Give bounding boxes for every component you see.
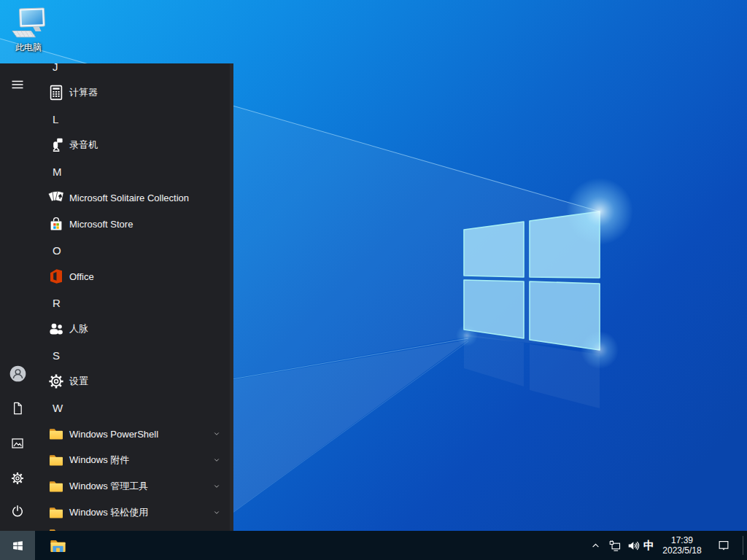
calculator-icon [47,84,65,101]
app-label: 设置 [69,375,88,388]
start-menu: J计算器L录音机MMicrosoft Solitaire CollectionM… [0,63,233,531]
group-header-r[interactable]: R [35,289,233,316]
show-desktop-separator[interactable] [743,536,743,555]
start-menu-app-list: J计算器L录音机MMicrosoft Solitaire CollectionM… [35,63,233,531]
chevron-up-icon [590,540,601,551]
app-label: Windows 管理工具 [69,480,148,493]
group-header-m[interactable]: M [35,158,233,184]
gear-icon [10,471,25,486]
folder-icon [47,478,65,495]
power-button[interactable] [0,494,35,529]
action-center-icon [717,539,730,552]
windows-logo-icon [12,540,24,552]
folder-icon [47,504,65,521]
power-icon [10,504,25,518]
user-account-button[interactable] [0,356,35,391]
chevron-down-icon [212,429,221,438]
app-label: Windows 附件 [69,454,129,467]
start-folder-windows-admin-tools[interactable]: Windows 管理工具 [35,473,233,499]
gear-icon [47,373,65,390]
start-folder-windows-powershell[interactable]: Windows PowerShell [35,421,233,447]
taskbar: 中 17:39 2023/5/18 [0,531,747,560]
start-folder-partial[interactable] [35,521,233,531]
store-icon [47,215,65,233]
group-header-o[interactable]: O [35,237,233,263]
clock-date: 2023/5/18 [662,545,701,556]
clock-time: 17:39 [671,535,693,545]
this-pc-icon [8,7,49,41]
tray-clock[interactable]: 17:39 2023/5/18 [657,531,707,560]
group-header-j[interactable]: J [35,63,233,79]
volume-icon [627,539,640,553]
start-app-solitaire-collection[interactable]: Microsoft Solitaire Collection [35,184,233,211]
documents-button[interactable] [0,391,35,426]
hamburger-icon [10,77,25,92]
action-center-button[interactable] [709,531,738,560]
start-app-voice-recorder[interactable]: 录音机 [35,132,233,158]
user-avatar-icon [9,365,27,383]
app-label: 录音机 [69,139,98,152]
group-header-l[interactable]: L [35,106,233,132]
app-label: 人脉 [69,322,88,335]
start-app-people[interactable]: 人脉 [35,316,233,342]
pictures-button[interactable] [0,426,35,461]
start-app-settings[interactable]: 设置 [35,368,233,394]
pictures-icon [10,436,25,451]
app-label: 计算器 [69,86,98,99]
start-button[interactable] [0,531,35,560]
app-label: Microsoft Store [69,219,133,230]
expand-menu-button[interactable] [0,67,35,102]
app-label: Office [69,271,94,282]
start-folder-windows-accessories[interactable]: Windows 附件 [35,447,233,473]
people-icon [47,320,65,338]
tray-show-hidden-icons-button[interactable] [586,531,605,560]
network-icon [608,539,622,553]
solitaire-icon [47,189,65,206]
start-app-office[interactable]: Office [35,263,233,289]
group-header-s[interactable]: S [35,342,233,368]
office-icon [47,268,65,285]
recorder-icon [47,136,65,154]
desktop-icon-this-pc[interactable]: 此电脑 [4,7,53,54]
folder-icon [47,526,65,531]
chevron-down-icon [212,456,221,464]
settings-button[interactable] [0,461,35,496]
tray-network-button[interactable] [606,531,624,560]
app-label: Windows 轻松使用 [69,506,148,519]
start-menu-rail [0,63,35,531]
windows-desktop: 此电脑 J计算器L录音机MMicrosoft Solitair [0,0,747,560]
file-explorer-icon [48,536,68,556]
file-explorer-button[interactable] [40,531,75,560]
chevron-down-icon [212,508,221,517]
folder-icon [47,425,65,443]
chevron-down-icon [212,482,221,491]
app-label: Microsoft Solitaire Collection [69,192,189,203]
tray-ime-indicator[interactable]: 中 [640,531,657,560]
folder-icon [47,451,65,469]
app-label: Windows PowerShell [69,429,158,440]
start-app-calculator[interactable]: 计算器 [35,79,233,106]
desktop-icon-label: 此电脑 [15,42,42,54]
group-header-w[interactable]: W [35,394,233,421]
document-icon [10,401,25,416]
start-app-microsoft-store[interactable]: Microsoft Store [35,211,233,237]
